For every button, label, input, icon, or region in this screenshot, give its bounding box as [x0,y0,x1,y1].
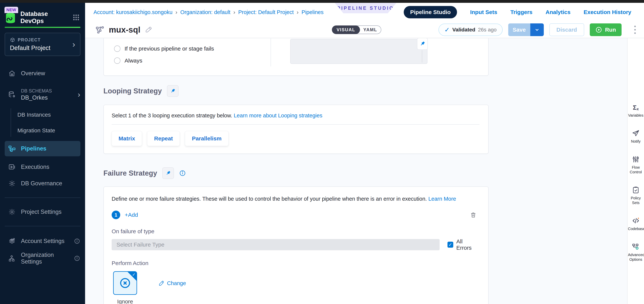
validated-time: 26s ago [478,27,497,33]
parallelism-button[interactable]: Parallelism [185,131,228,146]
radio-label: If the previous pipeline or stage fails [124,46,214,52]
chevron-down-icon [534,27,540,33]
conditional-execution-card: If the previous pipeline or stage fails … [104,38,488,76]
rail-item-flow-control[interactable]: Flow Control [628,155,644,174]
radio-previous-fails[interactable] [114,46,120,52]
section-title: Failure Strategy [104,169,157,177]
new-badge: NEW [4,7,18,13]
pin-icon[interactable] [167,85,178,97]
pin-icon[interactable] [417,38,428,50]
sidebar-item-account-settings[interactable]: Account Settings [0,234,85,248]
sidebar-item-label: DB Instances [18,112,51,118]
sidebar-item-label: Organization Settings [21,252,69,265]
sidebar-item-label: Pipelines [21,145,46,152]
info-icon[interactable] [179,170,186,177]
tab-analytics[interactable]: Analytics [546,9,570,15]
validated-label: Validated [452,27,475,33]
sidebar-item-db-schemas[interactable]: DB SCHEMAS DB_Orkes › [0,86,85,104]
sidebar-item-migration-state[interactable]: Migration State [18,123,85,138]
run-button[interactable]: Run [590,24,622,36]
breadcrumb-account[interactable]: Account: kurosakiichigo.songoku [94,9,172,15]
sidebar-item-db-instances[interactable]: DB Instances [18,107,85,123]
add-strategy-link[interactable]: +Add [125,212,138,218]
executions-icon [8,163,16,171]
failure-type-select[interactable] [112,239,440,250]
cube-icon [10,37,15,43]
rail-item-policy-sets[interactable]: Policy Sets [628,186,644,205]
tab-execution-history[interactable]: Execution History [584,9,631,15]
info-icon[interactable] [74,255,80,261]
page-header: Account: kurosakiichigo.songoku › Organi… [85,3,644,38]
failure-strategy-steps: 1 +Add [112,211,479,219]
tab-input-sets[interactable]: Input Sets [470,9,497,15]
delete-strategy-icon[interactable] [470,211,477,218]
brand-divider [5,27,80,28]
sidebar-item-label: Account Settings [21,238,64,244]
rail-item-label: Codebase [628,226,644,231]
os-top-bar [0,0,644,3]
sidebar-item-overview[interactable]: Overview [0,67,85,80]
card-divider [112,124,480,125]
panel-scrollbar[interactable] [422,50,422,63]
matrix-button[interactable]: Matrix [112,131,142,146]
save-button[interactable]: Save [508,24,530,36]
toggle-yaml[interactable]: YAML [360,27,381,32]
advanced-options-icon [632,242,640,251]
rail-item-label: Policy Sets [628,196,644,205]
gear-icon [8,180,16,187]
discard-button[interactable]: Discard [550,24,584,36]
rail-item-variables[interactable]: Σx Variables [628,103,644,118]
failure-learn-more-link[interactable]: Learn More [428,196,456,202]
breadcrumb-organization[interactable]: Organization: default [180,9,230,15]
looping-learn-more-link[interactable]: Learn more about Looping strategies [234,113,322,119]
product-logo[interactable]: NEW [4,6,16,24]
top-tabs: Pipeline Studio Input Sets Triggers Anal… [404,6,644,18]
info-icon[interactable] [74,238,80,244]
app-screen: NEW Database DevOps [0,0,644,304]
sidebar-item-db-governance[interactable]: DB Governance [0,177,85,190]
visual-yaml-toggle[interactable]: VISUAL YAML [332,26,381,34]
radio-always[interactable] [114,58,120,64]
db-schemas-value: DB_Orkes [21,94,52,101]
checkbox-checked-icon[interactable]: ✓ [448,242,454,248]
radio-label: Always [124,58,142,64]
rail-item-notify[interactable]: Notify [628,129,644,144]
sidebar-item-pipelines[interactable]: Pipelines [5,141,80,156]
sidebar: NEW Database DevOps [0,3,85,304]
change-action-link[interactable]: Change [158,280,186,286]
all-errors-checkbox[interactable]: ✓ All Errors [448,238,480,251]
tab-pipeline-studio[interactable]: Pipeline Studio [404,6,457,18]
sidebar-item-executions[interactable]: Executions [0,160,85,174]
toggle-visual[interactable]: VISUAL [332,26,360,34]
looping-strategy-header: Looping Strategy [104,85,488,97]
db-schemas-subnav: DB Instances Migration State [0,107,85,138]
database-devops-logo-icon [4,12,16,24]
breadcrumb-project[interactable]: Project: Default Project [238,9,294,15]
sidebar-logo-row: NEW Database DevOps [0,3,85,25]
save-dropdown-button[interactable] [530,24,544,36]
perform-action-label: Perform Action [112,260,479,266]
tab-triggers[interactable]: Triggers [510,9,532,15]
strategy-step-1[interactable]: 1 [112,211,120,219]
rail-item-advanced-options[interactable]: Advanced Options [628,242,644,262]
looping-description: Select 1 of the 3 looping execution stra… [112,113,232,119]
breadcrumb-separator: › [233,9,235,15]
app-grid-icon[interactable] [72,14,80,21]
more-options-menu[interactable] [634,26,636,34]
breadcrumb-pipelines[interactable]: Pipelines [302,9,324,15]
repeat-button[interactable]: Repeat [147,131,180,146]
variables-icon: Σx [633,103,639,111]
sidebar-item-organization-settings[interactable]: Organization Settings [0,252,85,265]
sidebar-item-project-settings[interactable]: Project Settings [0,205,85,218]
condition-expression-panel[interactable] [290,39,428,64]
studio-right-rail: Σx Variables Notify Flow Control [627,38,644,304]
validated-badge[interactable]: ✓ Validated 26s ago [438,24,503,36]
pin-icon[interactable] [162,167,174,179]
project-selector[interactable]: PROJECT Default Project › [5,33,80,56]
ignore-failure-action-card[interactable]: ✓ [113,271,137,295]
org-gear-icon [8,254,16,262]
breadcrumb: Account: kurosakiichigo.songoku › Organi… [94,9,324,15]
edit-pencil-icon[interactable] [145,26,152,33]
rail-item-codebase[interactable]: Codebase [628,216,644,231]
policy-clipboard-icon [632,186,640,194]
